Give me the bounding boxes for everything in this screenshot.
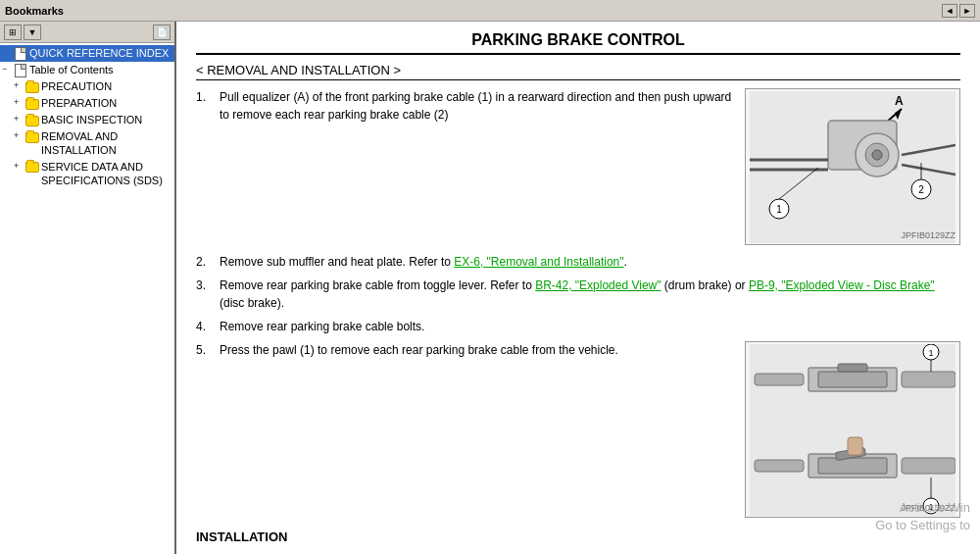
step-5-num: 5. [196,341,220,359]
folder-icon-preparation [25,97,39,111]
page-title: PARKING BRAKE CONTROL [196,31,960,55]
next-button[interactable]: ► [959,4,975,18]
new-bookmark-button[interactable]: 📄 [153,25,171,40]
service-data-label: SERVICE DATA AND SPECIFICATIONS (SDS) [41,160,172,188]
svg-text:A: A [895,94,904,108]
bookmarks-bar: Bookmarks ◄ ► [0,0,980,22]
svg-rect-30 [818,458,887,474]
step-1-text-col: 1. Pull equalizer (A) of the front parki… [196,88,735,245]
step-5-image-col: 1 [745,341,960,518]
expand-all-button[interactable]: ⊞ [4,25,22,40]
quick-ref-label: QUICK REFERENCE INDEX [29,46,172,60]
step-1: 1. Pull equalizer (A) of the front parki… [196,88,735,124]
installation-title: INSTALLATION [196,528,960,547]
content-area[interactable]: PARKING BRAKE CONTROL < REMOVAL AND INST… [176,22,980,554]
step-5-container: 5. Press the pawl (1) to remove each rea… [196,341,960,518]
toc-label: Table of Contents [29,63,172,76]
sidebar-item-removal-installation[interactable]: + REMOVAL AND INSTALLATION [0,128,174,159]
svg-rect-28 [902,458,956,474]
step-2-text: Remove sub muffler and heat plate. Refer… [220,253,960,271]
diagram-2: 1 [745,341,960,518]
step-4: 4. Remove rear parking brake cable bolts… [196,318,960,335]
service-data-expand[interactable]: + [14,161,25,173]
svg-rect-19 [755,374,804,385]
main-layout: ⊞ ▼ 📄 QUICK REFERENCE INDEX − Table of [0,22,980,554]
sidebar-item-preparation[interactable]: + PREPARATION [0,95,174,112]
toc-expand[interactable]: − [2,64,14,76]
svg-rect-23 [838,364,867,372]
expand-spacer [2,47,14,59]
svg-text:2: 2 [918,184,924,195]
page-icon-toc [14,64,27,77]
sidebar-toolbar: ⊞ ▼ 📄 [0,22,174,43]
folder-icon-precaution [25,80,39,94]
svg-rect-32 [848,437,862,455]
removal-expand[interactable]: + [14,130,25,142]
svg-point-7 [872,150,882,160]
step-1-container: 1. Pull equalizer (A) of the front parki… [196,88,960,245]
step-3-num: 3. [196,277,220,294]
step-2: 2. Remove sub muffler and heat plate. Re… [196,253,960,271]
watermark-line2: Go to Settings to [875,517,970,534]
sidebar-toolbar-left: ⊞ ▼ [4,25,41,40]
nav-buttons: ◄ ► [942,4,975,18]
link-pb9[interactable]: PB-9, "Exploded View - Disc Brake" [749,278,935,292]
watermark: Activate Win Go to Settings to [875,499,970,534]
preparation-expand[interactable]: + [14,97,25,109]
sidebar-item-basic-inspection[interactable]: + BASIC INSPECTION [0,112,174,128]
svg-text:1: 1 [776,204,782,215]
precaution-expand[interactable]: + [14,80,25,92]
sidebar-action-button[interactable]: ▼ [24,25,41,40]
diagram-1-svg: A [750,91,956,243]
sidebar-item-service-data[interactable]: + SERVICE DATA AND SPECIFICATIONS (SDS) [0,159,174,189]
svg-rect-22 [818,372,887,387]
folder-icon-service-data [25,161,39,175]
step-5-text-col: 5. Press the pawl (1) to remove each rea… [196,341,735,518]
basic-inspection-label: BASIC INSPECTION [41,113,172,126]
step-1-num: 1. [196,88,220,106]
section-header: < REMOVAL AND INSTALLATION > [196,63,960,80]
diagram-1: A [745,88,960,245]
svg-rect-27 [755,460,804,472]
step-2-num: 2. [196,253,220,271]
step-1-image-col: A [745,88,960,245]
bookmarks-title: Bookmarks [5,5,64,17]
diagram-2-svg: 1 [750,344,956,516]
installation-text: Installation is in the reverse order of … [196,551,960,555]
sidebar-item-quick-reference[interactable]: QUICK REFERENCE INDEX [0,45,174,62]
page-icon-quick-ref [14,47,27,61]
folder-icon-basic-inspection [25,114,39,127]
svg-rect-20 [902,372,956,387]
step-4-text: Remove rear parking brake cable bolts. [220,318,960,335]
sidebar: ⊞ ▼ 📄 QUICK REFERENCE INDEX − Table of [0,22,176,554]
sidebar-item-precaution[interactable]: + PRECAUTION [0,78,174,95]
content-body: 1. Pull equalizer (A) of the front parki… [196,88,960,554]
preparation-label: PREPARATION [41,96,172,110]
prev-button[interactable]: ◄ [942,4,957,18]
link-br42[interactable]: BR-42, "Exploded View" [535,278,661,292]
watermark-line1: Activate Win [875,499,970,517]
diagram-1-label: JPFIB0129ZZ [901,229,956,243]
folder-icon-removal [25,130,39,144]
removal-label: REMOVAL AND INSTALLATION [41,129,172,158]
step-1-text: Pull equalizer (A) of the front parking … [220,88,735,124]
step-5-text: Press the pawl (1) to remove each rear p… [220,341,735,359]
installation-section: INSTALLATION Installation is in the reve… [196,528,960,554]
basic-inspection-expand[interactable]: + [14,114,25,126]
sidebar-item-toc[interactable]: − Table of Contents [0,62,174,78]
sidebar-tree[interactable]: QUICK REFERENCE INDEX − Table of Content… [0,43,174,554]
step-3-text: Remove rear parking brake cable from tog… [220,277,960,312]
step-3: 3. Remove rear parking brake cable from … [196,277,960,312]
step-5: 5. Press the pawl (1) to remove each rea… [196,341,735,359]
step-4-num: 4. [196,318,220,335]
precaution-label: PRECAUTION [41,79,172,93]
svg-text:1: 1 [928,348,933,358]
link-ex6[interactable]: EX-6, "Removal and Installation" [454,255,623,269]
